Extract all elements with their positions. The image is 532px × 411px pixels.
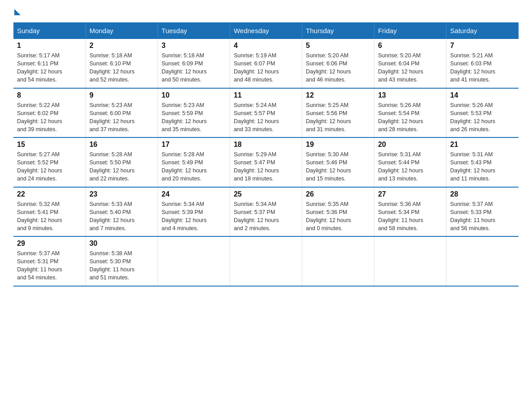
day-info: Sunrise: 5:18 AMSunset: 6:09 PMDaylight:… — [162, 51, 226, 84]
logo — [13, 9, 21, 13]
day-info: Sunrise: 5:22 AMSunset: 6:02 PMDaylight:… — [17, 101, 82, 134]
calendar-cell: 6Sunrise: 5:20 AMSunset: 6:04 PMDaylight… — [374, 39, 446, 88]
day-info: Sunrise: 5:28 AMSunset: 5:50 PMDaylight:… — [90, 150, 154, 183]
day-info: Sunrise: 5:27 AMSunset: 5:52 PMDaylight:… — [17, 150, 82, 183]
day-number: 4 — [234, 42, 298, 50]
calendar-cell: 11Sunrise: 5:24 AMSunset: 5:57 PMDayligh… — [230, 88, 302, 138]
col-header-monday: Monday — [86, 22, 158, 39]
day-number: 15 — [17, 141, 82, 149]
day-info: Sunrise: 5:30 AMSunset: 5:46 PMDaylight:… — [306, 150, 370, 183]
day-info: Sunrise: 5:36 AMSunset: 5:34 PMDaylight:… — [378, 200, 442, 233]
day-info: Sunrise: 5:24 AMSunset: 5:57 PMDaylight:… — [234, 101, 298, 134]
page-header — [13, 9, 519, 13]
day-info: Sunrise: 5:18 AMSunset: 6:10 PMDaylight:… — [90, 51, 154, 84]
day-info: Sunrise: 5:34 AMSunset: 5:39 PMDaylight:… — [162, 200, 226, 233]
calendar-cell — [446, 236, 519, 286]
calendar-cell: 21Sunrise: 5:31 AMSunset: 5:43 PMDayligh… — [446, 137, 519, 187]
day-number: 19 — [306, 141, 370, 149]
day-info: Sunrise: 5:38 AMSunset: 5:30 PMDaylight:… — [90, 249, 154, 282]
calendar-header-row: SundayMondayTuesdayWednesdayThursdayFrid… — [13, 22, 519, 39]
calendar-cell: 1Sunrise: 5:17 AMSunset: 6:11 PMDaylight… — [13, 39, 86, 88]
calendar-cell: 24Sunrise: 5:34 AMSunset: 5:39 PMDayligh… — [158, 187, 230, 237]
calendar-cell: 17Sunrise: 5:28 AMSunset: 5:49 PMDayligh… — [158, 137, 230, 187]
calendar-cell — [230, 236, 302, 286]
day-number: 27 — [378, 190, 442, 198]
day-info: Sunrise: 5:35 AMSunset: 5:36 PMDaylight:… — [306, 200, 370, 233]
calendar-cell: 20Sunrise: 5:31 AMSunset: 5:44 PMDayligh… — [374, 137, 446, 187]
calendar-cell: 3Sunrise: 5:18 AMSunset: 6:09 PMDaylight… — [158, 39, 230, 88]
week-row-5: 29Sunrise: 5:37 AMSunset: 5:31 PMDayligh… — [13, 236, 519, 286]
day-info: Sunrise: 5:23 AMSunset: 5:59 PMDaylight:… — [162, 101, 226, 134]
day-info: Sunrise: 5:28 AMSunset: 5:49 PMDaylight:… — [162, 150, 226, 183]
calendar-cell: 14Sunrise: 5:26 AMSunset: 5:53 PMDayligh… — [446, 88, 519, 138]
day-info: Sunrise: 5:31 AMSunset: 5:44 PMDaylight:… — [378, 150, 442, 183]
calendar-cell: 2Sunrise: 5:18 AMSunset: 6:10 PMDaylight… — [86, 39, 158, 88]
day-info: Sunrise: 5:31 AMSunset: 5:43 PMDaylight:… — [450, 150, 515, 183]
day-info: Sunrise: 5:32 AMSunset: 5:41 PMDaylight:… — [17, 200, 82, 233]
day-info: Sunrise: 5:23 AMSunset: 6:00 PMDaylight:… — [90, 101, 154, 134]
calendar-cell: 25Sunrise: 5:34 AMSunset: 5:37 PMDayligh… — [230, 187, 302, 237]
logo-top — [13, 9, 21, 15]
week-row-3: 15Sunrise: 5:27 AMSunset: 5:52 PMDayligh… — [13, 137, 519, 187]
calendar-cell: 26Sunrise: 5:35 AMSunset: 5:36 PMDayligh… — [302, 187, 374, 237]
day-number: 16 — [90, 141, 154, 149]
day-number: 10 — [162, 91, 226, 99]
calendar-cell — [302, 236, 374, 286]
calendar-cell: 9Sunrise: 5:23 AMSunset: 6:00 PMDaylight… — [86, 88, 158, 138]
day-info: Sunrise: 5:26 AMSunset: 5:53 PMDaylight:… — [450, 101, 515, 134]
day-number: 22 — [17, 190, 82, 198]
day-info: Sunrise: 5:20 AMSunset: 6:06 PMDaylight:… — [306, 51, 370, 84]
col-header-friday: Friday — [374, 22, 446, 39]
day-info: Sunrise: 5:26 AMSunset: 5:54 PMDaylight:… — [378, 101, 442, 134]
calendar-cell: 30Sunrise: 5:38 AMSunset: 5:30 PMDayligh… — [86, 236, 158, 286]
calendar-cell: 15Sunrise: 5:27 AMSunset: 5:52 PMDayligh… — [13, 137, 86, 187]
day-number: 6 — [378, 42, 442, 50]
calendar-cell: 18Sunrise: 5:29 AMSunset: 5:47 PMDayligh… — [230, 137, 302, 187]
calendar-cell — [158, 236, 230, 286]
calendar-cell: 10Sunrise: 5:23 AMSunset: 5:59 PMDayligh… — [158, 88, 230, 138]
day-number: 1 — [17, 42, 82, 50]
calendar-cell: 27Sunrise: 5:36 AMSunset: 5:34 PMDayligh… — [374, 187, 446, 237]
day-number: 18 — [234, 141, 298, 149]
calendar-table: SundayMondayTuesdayWednesdayThursdayFrid… — [13, 22, 519, 287]
day-info: Sunrise: 5:17 AMSunset: 6:11 PMDaylight:… — [17, 51, 82, 84]
day-info: Sunrise: 5:34 AMSunset: 5:37 PMDaylight:… — [234, 200, 298, 233]
day-number: 21 — [450, 141, 515, 149]
calendar-cell: 8Sunrise: 5:22 AMSunset: 6:02 PMDaylight… — [13, 88, 86, 138]
day-number: 26 — [306, 190, 370, 198]
calendar-cell: 7Sunrise: 5:21 AMSunset: 6:03 PMDaylight… — [446, 39, 519, 88]
day-info: Sunrise: 5:37 AMSunset: 5:31 PMDaylight:… — [17, 249, 82, 282]
day-info: Sunrise: 5:21 AMSunset: 6:03 PMDaylight:… — [450, 51, 515, 84]
calendar-cell — [374, 236, 446, 286]
day-number: 25 — [234, 190, 298, 198]
day-number: 30 — [90, 240, 154, 248]
day-info: Sunrise: 5:33 AMSunset: 5:40 PMDaylight:… — [90, 200, 154, 233]
calendar-cell: 5Sunrise: 5:20 AMSunset: 6:06 PMDaylight… — [302, 39, 374, 88]
day-number: 24 — [162, 190, 226, 198]
calendar-cell: 4Sunrise: 5:19 AMSunset: 6:07 PMDaylight… — [230, 39, 302, 88]
day-number: 28 — [450, 190, 515, 198]
calendar-cell: 16Sunrise: 5:28 AMSunset: 5:50 PMDayligh… — [86, 137, 158, 187]
col-header-tuesday: Tuesday — [158, 22, 230, 39]
day-info: Sunrise: 5:19 AMSunset: 6:07 PMDaylight:… — [234, 51, 298, 84]
day-number: 20 — [378, 141, 442, 149]
week-row-1: 1Sunrise: 5:17 AMSunset: 6:11 PMDaylight… — [13, 39, 519, 88]
day-number: 3 — [162, 42, 226, 50]
calendar-cell: 12Sunrise: 5:25 AMSunset: 5:56 PMDayligh… — [302, 88, 374, 138]
day-info: Sunrise: 5:25 AMSunset: 5:56 PMDaylight:… — [306, 101, 370, 134]
calendar-cell: 29Sunrise: 5:37 AMSunset: 5:31 PMDayligh… — [13, 236, 86, 286]
day-number: 2 — [90, 42, 154, 50]
col-header-sunday: Sunday — [13, 22, 86, 39]
day-info: Sunrise: 5:37 AMSunset: 5:33 PMDaylight:… — [450, 200, 515, 233]
calendar-cell: 22Sunrise: 5:32 AMSunset: 5:41 PMDayligh… — [13, 187, 86, 237]
day-number: 14 — [450, 91, 515, 99]
day-info: Sunrise: 5:20 AMSunset: 6:04 PMDaylight:… — [378, 51, 442, 84]
day-number: 5 — [306, 42, 370, 50]
day-number: 11 — [234, 91, 298, 99]
day-number: 23 — [90, 190, 154, 198]
week-row-4: 22Sunrise: 5:32 AMSunset: 5:41 PMDayligh… — [13, 187, 519, 237]
calendar-cell: 19Sunrise: 5:30 AMSunset: 5:46 PMDayligh… — [302, 137, 374, 187]
logo-triangle-icon — [14, 9, 21, 15]
col-header-wednesday: Wednesday — [230, 22, 302, 39]
day-number: 12 — [306, 91, 370, 99]
